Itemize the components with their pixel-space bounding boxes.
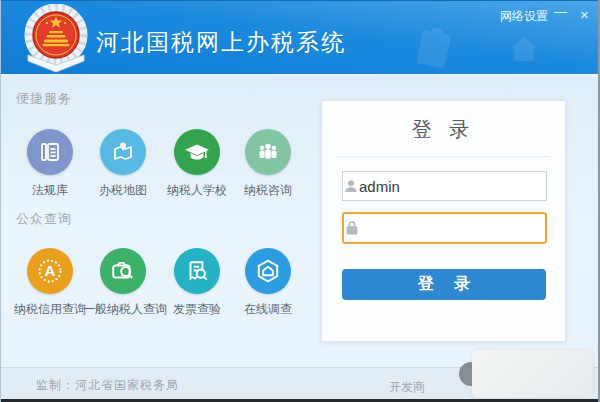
login-button[interactable]: 登 录 xyxy=(342,269,546,300)
username-field[interactable] xyxy=(342,171,547,201)
close-button[interactable]: × xyxy=(580,6,589,23)
home-watermark-icon xyxy=(511,37,537,61)
password-input[interactable] xyxy=(364,214,563,242)
invoice-search-icon xyxy=(174,248,220,294)
service-label: 法规库 xyxy=(10,182,90,199)
service-item-invoice-verification[interactable]: 发票查验 xyxy=(157,248,237,318)
service-label: 办税地图 xyxy=(83,182,163,199)
title-bar: 河北国税网上办税系统 网络设置 — × xyxy=(1,0,598,76)
service-item-law-library[interactable]: 法规库 xyxy=(10,129,90,199)
graduation-cap-icon xyxy=(174,129,220,175)
service-item-taxpayer-school[interactable]: 纳税人学校 xyxy=(157,129,237,199)
service-label: 一般纳税人查询 xyxy=(83,301,163,318)
service-item-tax-consultation[interactable]: 纳税咨询 xyxy=(228,129,308,199)
service-label: 纳税信用查询 xyxy=(10,301,90,318)
service-item-online-survey[interactable]: 在线调查 xyxy=(228,248,308,318)
app-title: 河北国税网上办税系统 xyxy=(96,27,346,58)
credit-a-icon: A xyxy=(27,248,73,294)
developer-name-redacted-box xyxy=(472,350,593,398)
network-settings-button[interactable]: 网络设置 xyxy=(500,8,548,25)
book-icon xyxy=(27,129,73,175)
developer-label: 开发商 xyxy=(389,379,425,396)
camera-search-icon xyxy=(100,248,146,294)
service-item-tax-credit-query[interactable]: A 纳税信用查询 xyxy=(10,248,90,318)
hexagon-survey-icon xyxy=(245,248,291,294)
national-tax-emblem-logo xyxy=(21,4,91,74)
svg-text:A: A xyxy=(45,262,56,279)
login-divider xyxy=(337,156,550,157)
service-item-tax-map[interactable]: 办税地图 xyxy=(83,129,163,199)
lock-icon xyxy=(344,220,360,236)
app-window: 河北国税网上办税系统 网络设置 — × 便捷服务 法规库 办税地图 xyxy=(0,0,600,402)
service-label: 在线调查 xyxy=(228,301,308,318)
password-field[interactable] xyxy=(342,212,547,244)
people-icon xyxy=(245,129,291,175)
login-panel: 登 录 登 录 xyxy=(321,100,566,342)
login-title: 登 录 xyxy=(322,116,565,143)
section-label-convenient-services: 便捷服务 xyxy=(16,90,72,108)
service-label: 纳税咨询 xyxy=(228,182,308,199)
supervisor-text: 监制：河北省国家税务局 xyxy=(36,377,179,394)
service-label: 纳税人学校 xyxy=(157,182,237,199)
minimize-button[interactable]: — xyxy=(554,4,567,19)
username-input[interactable] xyxy=(359,172,558,200)
clipboard-watermark-icon xyxy=(413,25,455,71)
service-item-general-taxpayer-query[interactable]: 一般纳税人查询 xyxy=(83,248,163,318)
map-pin-icon xyxy=(100,129,146,175)
section-label-public-query: 公众查询 xyxy=(16,210,72,228)
user-icon xyxy=(343,178,359,194)
service-label: 发票查验 xyxy=(157,301,237,318)
